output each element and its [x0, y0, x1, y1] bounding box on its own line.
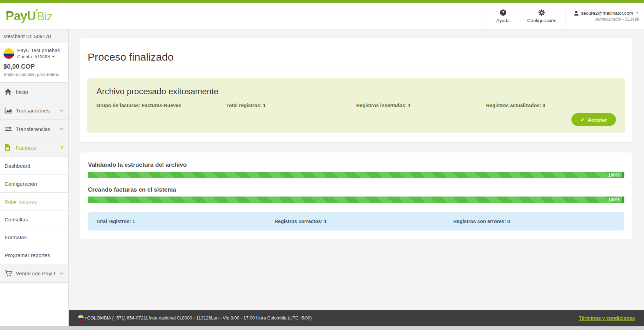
payu-biz-logo[interactable]: PayU Biz [0, 3, 52, 29]
process-result-card: Proceso finalizado Archivo procesado exi… [80, 37, 632, 143]
svg-text:?: ? [502, 10, 504, 15]
question-circle-icon: ? [500, 9, 507, 16]
page-title: Proceso finalizado [87, 51, 625, 63]
user-icon [574, 11, 579, 16]
account-prefix: Cuenta [17, 54, 32, 59]
success-stats-row: Grupo de facturas: Facturas-Nuevas Total… [96, 103, 616, 108]
account-name: PayU Test pruebas [17, 48, 60, 53]
merchant-id: Merchant ID: 509178 [0, 30, 68, 43]
sidebar-item-transacciones[interactable]: Transacciones [0, 101, 68, 120]
footer-national-line: Línea nacional 018000 - 113126 [146, 315, 211, 321]
summary-registros-errores: Registros con errores: 0 [446, 219, 624, 224]
logo-pixels-decoration [34, 9, 39, 13]
stat-total-registros: Total registros: 1 [226, 103, 357, 108]
chevron-down-icon [60, 272, 63, 275]
sidebar: Merchant ID: 509178 PayU Test pruebas Cu… [0, 30, 69, 326]
terms-link[interactable]: Términos y condiciones [579, 315, 635, 321]
sidebar-item-transferencias[interactable]: Transferencias [0, 120, 68, 138]
progress-percentage: 100% [608, 172, 619, 178]
chevron-down-icon: ▼ [636, 11, 639, 15]
account-selector[interactable]: Cuenta 513498 [17, 54, 60, 59]
user-role: Administrador - 513498 [595, 17, 639, 22]
success-message: Archivo procesado exitosamente [96, 87, 616, 96]
sidebar-filler [0, 283, 68, 326]
summary-bar: Total registros: 1 Registros correctos: … [88, 212, 624, 231]
stat-registros-insertados: Registros insertados: 1 [356, 103, 486, 108]
stat-registros-actualizados: Registros actualizados: 0 [486, 103, 616, 108]
header: PayU Biz ? Ayuda [0, 3, 644, 30]
invoice-icon [5, 144, 14, 151]
chevron-down-icon: ▾ [85, 316, 87, 320]
top-green-bar [0, 0, 644, 3]
progress-section-creation: Creando facturas en el sistema 100% [88, 186, 624, 203]
help-label: Ayuda [496, 18, 510, 23]
footer-contact-phone: COLOMBIA (+571) 654-0721 [87, 315, 146, 321]
chevron-down-icon [60, 128, 63, 130]
user-email: secure2@mailinator.com [581, 11, 633, 16]
sidebar-item-configuracion[interactable]: Configuración [0, 175, 68, 193]
chevron-left-icon [61, 146, 63, 150]
transfer-icon [5, 126, 14, 132]
chart-icon [5, 108, 14, 114]
summary-registros-correctos: Registros correctos: 1 [267, 219, 446, 224]
settings-label: Configuración [527, 18, 556, 23]
balance-caption: Saldo disponible para retiros [4, 72, 66, 77]
progress-bar-fill [88, 197, 622, 203]
account-number: 513498 [35, 54, 50, 59]
check-icon: ✔ [580, 117, 584, 123]
chevron-down-icon [60, 109, 63, 112]
summary-total-registros: Total registros: 1 [88, 219, 267, 224]
sidebar-item-consultas[interactable]: Consultas [0, 211, 68, 228]
accept-button[interactable]: ✔ Aceptar [571, 113, 616, 126]
footer-hours: Lun - Vie 8:00 - 17:00 Hora Colombia (UT… [211, 315, 312, 321]
home-icon [5, 89, 14, 95]
progress-bar-creation: 100% [88, 197, 624, 203]
colombia-flag-icon [4, 48, 14, 59]
account-block: PayU Test pruebas Cuenta 513498 $0,00 CO… [0, 43, 68, 83]
payu-biz-app: PayU Biz ? Ayuda [0, 0, 644, 330]
progress-bar-fill [88, 172, 622, 178]
sidebar-item-facturas[interactable]: Facturas [0, 138, 68, 157]
sidebar-item-formatos[interactable]: Formatos [0, 228, 68, 246]
sidebar-item-dashboard[interactable]: Dashboard [0, 157, 68, 175]
main-content: Proceso finalizado Archivo procesado exi… [69, 30, 644, 310]
sidebar-item-programar-reportes[interactable]: Programar reportes [0, 246, 68, 264]
colombia-flag-icon [78, 315, 84, 321]
gear-icon [538, 9, 545, 16]
progress-label: Validando la estructura del archivo [88, 161, 624, 169]
settings-button[interactable]: Configuración [518, 3, 565, 29]
accept-label: Aceptar [588, 117, 607, 123]
chevron-down-icon [52, 56, 55, 57]
title-divider [87, 70, 625, 70]
progress-card: Validando la estructura del archivo 100%… [80, 152, 632, 239]
header-right-menu: ? Ayuda [488, 3, 644, 29]
user-menu[interactable]: secure2@mailinator.com ▼ Administrador -… [565, 3, 644, 29]
sidebar-item-subir-facturas[interactable]: Subir facturas [0, 193, 68, 211]
logo-payu-text: PayU [6, 9, 36, 23]
progress-percentage: 100% [608, 197, 619, 203]
footer: ▾ COLOMBIA (+571) 654-0721 Línea naciona… [69, 310, 644, 326]
success-panel: Archivo procesado exitosamente Grupo de … [87, 78, 625, 133]
bottom-scrollbar-strip[interactable] [0, 326, 644, 330]
progress-bar-validation: 100% [88, 172, 624, 178]
sidebar-item-vende-con-payu[interactable]: Vende con PayU [0, 264, 68, 283]
logo-biz-text: Biz [37, 9, 52, 23]
stat-grupo-facturas: Grupo de facturas: Facturas-Nuevas [96, 103, 226, 108]
progress-label: Creando facturas en el sistema [88, 186, 624, 193]
cart-icon [5, 270, 14, 277]
balance-amount: $0,00 COP [4, 63, 66, 70]
help-button[interactable]: ? Ayuda [488, 3, 518, 29]
sidebar-item-inicio[interactable]: Inicio [0, 83, 68, 101]
progress-section-validation: Validando la estructura del archivo 100% [88, 161, 624, 178]
